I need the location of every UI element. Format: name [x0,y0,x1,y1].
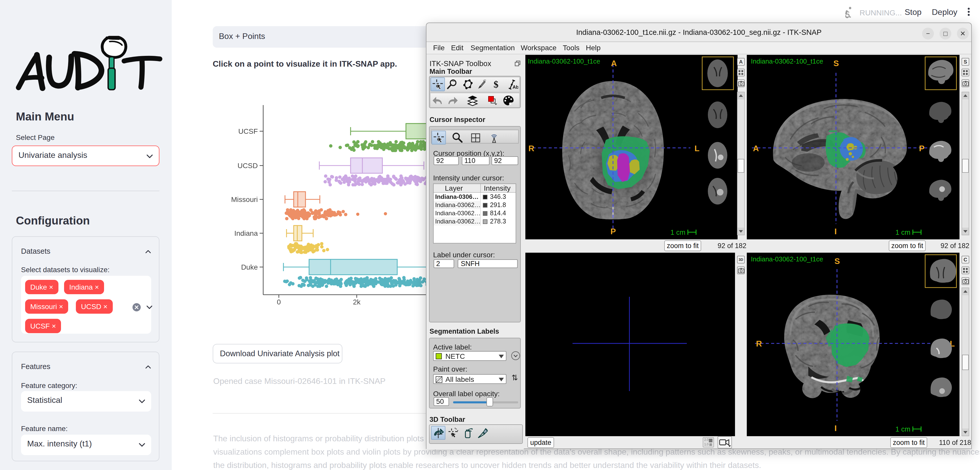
svg-text:Duke: Duke [241,263,258,271]
svg-text:2k: 2k [353,298,361,306]
svg-text:I: I [834,424,837,433]
svg-text:S: S [834,59,839,68]
svg-text:UCSF: UCSF [238,127,258,135]
svg-text:P: P [611,227,616,236]
svg-text:A: A [753,144,759,153]
svg-text:S: S [834,257,840,266]
svg-text:A: A [611,59,617,68]
svg-text:Indiana-03062-100_t1ce: Indiana-03062-100_t1ce [528,57,600,65]
svg-text:1 cm: 1 cm [896,229,910,236]
svg-text:Indiana-03062-100_t1ce: Indiana-03062-100_t1ce [751,255,823,263]
svg-text:UCSD: UCSD [237,162,258,170]
svg-text:I: I [834,227,837,236]
svg-text:0: 0 [277,298,281,306]
svg-text:$: $ [493,79,498,89]
svg-text:Indiana-03062-100_t1ce: Indiana-03062-100_t1ce [751,57,823,65]
svg-text:Indiana: Indiana [234,229,258,237]
svg-text:1 cm: 1 cm [896,425,910,433]
svg-text:L: L [695,144,700,153]
svg-text:1 cm: 1 cm [670,229,686,236]
svg-text:Missouri: Missouri [231,196,258,204]
svg-text:R: R [756,339,762,348]
svg-text:P: P [919,144,924,153]
svg-text:R: R [528,144,535,153]
svg-text:Ab: Ab [512,84,518,89]
